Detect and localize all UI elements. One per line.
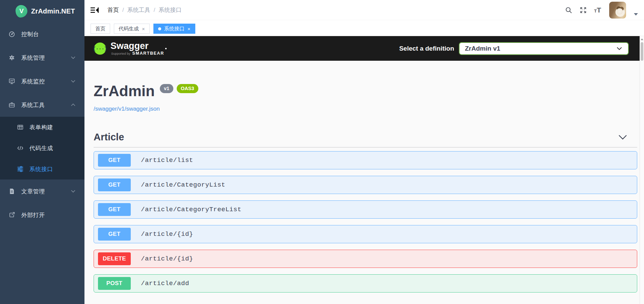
- method-badge: DELETE: [98, 252, 131, 265]
- endpoint-row-delete-article-id[interactable]: DELETE /article/{id}: [94, 250, 637, 268]
- logo-icon: V: [16, 5, 27, 18]
- swagger-topbar: {···} Swagger Supported by SMARTBEAR Sel…: [84, 36, 640, 61]
- swagger-brand-text: Swagger Supported by SMARTBEAR: [110, 41, 164, 56]
- sidebar: V ZrAdmin.NET 控制台 系统管理 系统: [0, 0, 84, 304]
- tab-label: 首页: [95, 26, 105, 32]
- endpoint-row-get-article-id[interactable]: GET /article/{id}: [94, 225, 637, 243]
- sidebar-item-label: 系统监控: [21, 78, 45, 85]
- sidebar-item-system-tools[interactable]: 系统工具: [0, 93, 84, 117]
- font-size-button[interactable]: TT: [594, 6, 601, 14]
- sidebar-item-label: 系统管理: [21, 54, 45, 62]
- version-badge: v1: [160, 84, 173, 93]
- oas3-badge: OAS3: [177, 84, 198, 93]
- spec-json-link[interactable]: /swagger/v1/swagger.json: [94, 106, 160, 112]
- gear-icon: [8, 54, 15, 61]
- endpoint-path: /article/CategoryList: [141, 181, 225, 189]
- chevron-down-icon: [617, 47, 622, 50]
- sidebar-item-label: 系统接口: [29, 165, 53, 173]
- sidebar-item-dashboard[interactable]: 控制台: [0, 22, 84, 46]
- sidebar-item-system-api[interactable]: 系统接口: [0, 159, 84, 179]
- section-collapse-chevron-icon[interactable]: [618, 135, 627, 140]
- monitor-icon: [8, 78, 15, 85]
- tab-code-generator[interactable]: 代码生成 ×: [114, 24, 150, 34]
- code-icon: [17, 145, 24, 151]
- close-icon[interactable]: ×: [188, 26, 191, 31]
- logo-letter: V: [19, 7, 24, 15]
- method-badge: GET: [98, 154, 131, 167]
- briefcase-icon: [8, 102, 15, 108]
- grid-icon: [17, 124, 24, 131]
- breadcrumb: 首页 / 系统工具 / 系统接口: [107, 6, 181, 14]
- sidebar-submenu-tools: 表单构建 代码生成 系统接口: [0, 117, 84, 179]
- sidebar-fold-button[interactable]: [91, 6, 99, 14]
- sidebar-item-label: 代码生成: [29, 144, 53, 152]
- endpoint-path: /article/{id}: [141, 255, 193, 262]
- definition-select-label: Select a definition: [399, 45, 454, 52]
- swagger-content: ZrAdmin v1 OAS3 /swagger/v1/swagger.json…: [84, 61, 644, 293]
- breadcrumb-section: 系统工具: [127, 6, 150, 14]
- navbar-actions: TT: [565, 2, 638, 19]
- chevron-down-icon: [71, 190, 75, 193]
- sidebar-item-article-manage[interactable]: 文章管理: [0, 179, 84, 203]
- user-avatar[interactable]: [609, 2, 626, 19]
- active-dot-icon: [158, 27, 161, 30]
- swagger-brand-name: Swagger: [110, 41, 164, 51]
- scrollbar-thumb[interactable]: [641, 42, 643, 61]
- definition-select[interactable]: ZrAdmin v1: [459, 42, 629, 55]
- section-article: Article GET /article/list GET /article/C…: [94, 132, 637, 293]
- tab-home[interactable]: 首页: [91, 24, 110, 34]
- app-logo[interactable]: V ZrAdmin.NET: [0, 0, 84, 22]
- fullscreen-icon: [579, 6, 587, 14]
- swagger-frame: {···} Swagger Supported by SMARTBEAR Sel…: [84, 36, 644, 304]
- endpoint-path: /article/list: [141, 157, 193, 164]
- breadcrumb-page: 系统接口: [158, 6, 181, 14]
- swagger-brand[interactable]: {···} Swagger Supported by SMARTBEAR: [94, 41, 164, 56]
- method-badge: GET: [98, 228, 131, 241]
- endpoint-row-get-article-list[interactable]: GET /article/list: [94, 151, 637, 169]
- endpoint-path: /article/{id}: [141, 230, 193, 238]
- dashboard-icon: [8, 31, 15, 37]
- sidebar-item-label: 文章管理: [21, 188, 45, 195]
- sidebar-item-label: 系统工具: [21, 101, 45, 109]
- top-navbar: 首页 / 系统工具 / 系统接口 TT: [84, 0, 644, 20]
- smartbear-label: SMARTBEAR: [132, 51, 164, 56]
- sidebar-item-form-builder[interactable]: 表单构建: [0, 117, 84, 138]
- section-article-header[interactable]: Article: [94, 132, 637, 143]
- method-badge: GET: [98, 178, 131, 191]
- api-title: ZrAdmin: [94, 82, 155, 100]
- scrollbar-up-arrow-icon[interactable]: [641, 38, 643, 40]
- tab-system-api[interactable]: 系统接口 ×: [153, 24, 195, 34]
- definition-selected-value: ZrAdmin v1: [465, 45, 500, 52]
- svg-text:{···}: {···}: [94, 46, 106, 51]
- endpoint-path: /article/add: [141, 280, 189, 287]
- fullscreen-button[interactable]: [579, 6, 587, 14]
- sidebar-item-system-manage[interactable]: 系统管理: [0, 46, 84, 70]
- endpoint-path: /article/CategoryTreeList: [141, 206, 242, 213]
- close-icon[interactable]: ×: [142, 26, 145, 31]
- font-size-large-glyph: T: [597, 6, 601, 14]
- sidebar-item-code-generator[interactable]: 代码生成: [0, 138, 84, 159]
- endpoint-row-get-article-categorytreelist[interactable]: GET /article/CategoryTreeList: [94, 200, 637, 219]
- definition-select-group: Select a definition ZrAdmin v1: [399, 42, 629, 55]
- tab-label: 系统接口: [164, 26, 184, 32]
- endpoint-row-post-article-add[interactable]: POST /article/add: [94, 274, 637, 293]
- vertical-scrollbar[interactable]: [640, 36, 644, 304]
- search-button[interactable]: [565, 6, 572, 14]
- breadcrumb-home[interactable]: 首页: [107, 6, 119, 14]
- sliders-icon: [17, 166, 24, 172]
- avatar-caret-icon[interactable]: [634, 13, 638, 16]
- chevron-down-icon: [71, 80, 75, 83]
- sidebar-item-label: 控制台: [21, 30, 39, 38]
- endpoint-list: GET /article/list GET /article/CategoryL…: [94, 147, 637, 293]
- sidebar-item-system-monitor[interactable]: 系统监控: [0, 70, 84, 93]
- sidebar-item-open-external[interactable]: 外部打开: [0, 203, 84, 227]
- external-link-icon: [8, 212, 15, 218]
- app-title: ZrAdmin.NET: [31, 7, 75, 15]
- endpoint-row-get-article-categorylist[interactable]: GET /article/CategoryList: [94, 176, 637, 194]
- hamburger-fold-icon: [91, 7, 99, 13]
- sidebar-menu: 控制台 系统管理 系统监控: [0, 22, 84, 227]
- tab-label: 代码生成: [119, 26, 139, 32]
- tag-view-bar: 首页 代码生成 × 系统接口 ×: [84, 20, 644, 36]
- swagger-logo-icon: {···}: [94, 42, 106, 55]
- chevron-down-icon: [71, 56, 75, 59]
